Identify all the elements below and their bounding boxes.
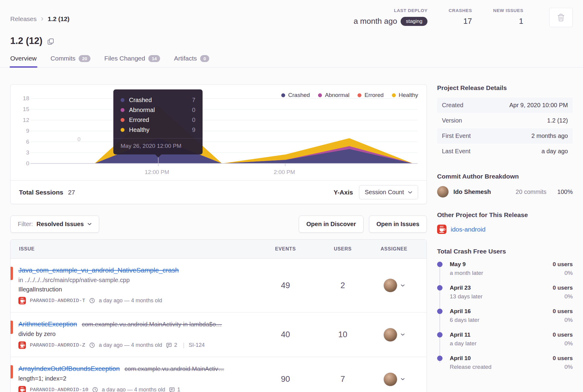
issue-culprit: com.example.vu.android.MainActiv…: [124, 366, 224, 372]
table-row[interactable]: ArrayIndexOutOfBoundsException com.examp…: [11, 357, 427, 392]
issue-subtitle: divide by zero: [18, 331, 255, 338]
chart-footer: Total Sessions 27 Y-Axis Session Count: [11, 180, 427, 204]
tab-files-changed[interactable]: Files Changed 14: [104, 55, 160, 67]
breadcrumb-releases[interactable]: Releases: [10, 15, 37, 23]
chart-legend[interactable]: Crashed Abnormal Errored Healthy: [281, 92, 418, 98]
crashed-dot-icon: [121, 98, 124, 102]
tab-commits[interactable]: Commits 20: [51, 55, 91, 67]
detail-row-created: Created Apr 9, 2020 10:00 PM: [437, 98, 573, 113]
total-crash-free-users-section: Total Crash Free Users May 90 users a mo…: [437, 248, 573, 378]
legend-item-crashed[interactable]: Crashed: [281, 92, 310, 98]
tooltip-row-abnormal: Abnormal 0: [121, 105, 195, 115]
table-row[interactable]: ArithmeticException com.example.vu.andro…: [11, 313, 427, 357]
timeline-dot-icon: [437, 332, 443, 338]
assignee-avatar[interactable]: [383, 372, 397, 386]
artifacts-count-badge: 0: [200, 55, 209, 62]
y-axis-tick: 6: [15, 138, 29, 145]
x-axis-tick: 2:00 PM: [274, 169, 295, 176]
chevron-down-icon[interactable]: [401, 378, 405, 381]
issue-culprit: com.example.vu.android.MainActivity in l…: [82, 321, 222, 328]
chevron-down-icon: [408, 191, 412, 194]
project-slug[interactable]: PARANOID-ANDROID-T: [30, 298, 85, 303]
issue-subtitle: length=1; index=2: [18, 375, 255, 382]
detail-row-last-event: Last Event a day ago: [437, 144, 573, 159]
y-axis-tick: 3: [15, 149, 29, 156]
comments-count[interactable]: 1: [169, 387, 180, 392]
issue-title-link[interactable]: Java_com_example_vu_android_NativeSample…: [18, 266, 179, 274]
issue-events-count: 40: [255, 330, 316, 339]
abnormal-dot-icon: [318, 93, 322, 97]
section-heading: Other Project for This Release: [437, 211, 573, 219]
assignee-avatar[interactable]: [383, 328, 397, 342]
issue-users-count: 7: [316, 375, 370, 384]
project-coffee-icon: [18, 297, 26, 304]
error-level-indicator: [11, 321, 13, 334]
tooltip-date: May 26, 2020 12:00 PM: [113, 138, 203, 154]
chevron-down-icon[interactable]: [401, 284, 405, 287]
section-heading: Project Release Details: [437, 84, 573, 92]
issues-toolbar: Filter: Resolved Issues Open in Discover…: [10, 216, 427, 233]
author-commit-percent: 100%: [557, 188, 573, 195]
issue-events-count: 49: [255, 281, 316, 290]
open-in-discover-button[interactable]: Open in Discover: [299, 216, 364, 233]
project-slug[interactable]: PARANOID-ANDROID-Z: [30, 342, 85, 348]
y-axis-select[interactable]: Session Count: [359, 185, 418, 199]
open-in-issues-button[interactable]: Open in Issues: [369, 216, 427, 233]
trash-icon: [557, 14, 565, 22]
timeline-dot-icon: [437, 309, 443, 314]
project-release-details-section: Project Release Details Created Apr 9, 2…: [437, 84, 573, 159]
issue-annotation[interactable]: | SI-124: [181, 342, 205, 349]
chart-zero-annotation: 0: [77, 136, 80, 143]
tab-overview[interactable]: Overview: [10, 55, 37, 67]
list-item: April 160 users 6 days later0%: [437, 308, 573, 331]
assignee-avatar[interactable]: [383, 278, 397, 292]
legend-item-abnormal[interactable]: Abnormal: [318, 92, 349, 98]
chart-tooltip: Crashed 7 Abnormal 0 Errored 0: [113, 89, 203, 154]
y-axis-selector-label: Y-Axis: [334, 189, 353, 196]
copy-icon: [47, 38, 54, 45]
errored-dot-icon: [121, 118, 124, 122]
issue-subtitle: IllegalInstruction: [18, 286, 255, 293]
project-slug[interactable]: PARANOID-ANDROID-10: [30, 387, 88, 392]
tab-artifacts[interactable]: Artifacts 0: [174, 55, 209, 67]
crashes-value: 17: [463, 17, 472, 26]
issue-title-link[interactable]: ArrayIndexOutOfBoundsException: [18, 365, 120, 373]
chevron-right-icon: ›: [41, 14, 44, 23]
issue-title-link[interactable]: ArithmeticException: [18, 320, 77, 328]
project-coffee-icon: [437, 225, 446, 234]
y-axis-tick: 12: [15, 117, 29, 123]
crashes-label: CRASHES: [449, 8, 472, 13]
comments-count[interactable]: 2: [166, 342, 177, 348]
healthy-dot-icon: [121, 128, 124, 132]
sessions-chart[interactable]: 18 15 12 9 6 3 0 12:00 PM 2:00 PM Crashe…: [11, 85, 427, 180]
column-header-users: USERS: [316, 246, 370, 252]
crashed-dot-icon: [281, 93, 285, 97]
legend-item-healthy[interactable]: Healthy: [392, 92, 418, 98]
table-row[interactable]: Java_com_example_vu_android_NativeSample…: [11, 259, 427, 313]
y-axis-tick: 9: [15, 128, 29, 134]
list-item: April 110 users a day later0%: [437, 331, 573, 355]
commits-count-badge: 20: [79, 55, 90, 62]
stat-crashes: CRASHES 17: [449, 8, 472, 26]
issue-location: in ../../../../src/main/cpp/native-sampl…: [18, 277, 255, 284]
x-axis-tick: 12:00 PM: [145, 169, 169, 176]
files-changed-count-badge: 14: [148, 55, 160, 62]
issues-filter-dropdown[interactable]: Filter: Resolved Issues: [10, 216, 99, 233]
comment-icon: [166, 343, 172, 348]
delete-release-button[interactable]: [549, 8, 573, 27]
project-coffee-icon: [18, 341, 26, 349]
tooltip-row-healthy: Healthy 9: [121, 125, 195, 135]
list-item: April 100 users Release created0%: [437, 355, 573, 378]
copy-version-button[interactable]: [47, 38, 54, 45]
new-issues-value: 1: [519, 17, 523, 26]
issues-table: ISSUE EVENTS USERS ASSIGNEE Java_com_exa…: [10, 239, 427, 392]
other-project-link[interactable]: idos-android: [451, 226, 486, 233]
stat-new-issues: NEW ISSUES 1: [493, 8, 523, 26]
legend-item-errored[interactable]: Errored: [358, 92, 383, 98]
error-level-indicator: [11, 365, 13, 378]
chevron-down-icon: [87, 223, 92, 226]
chevron-down-icon[interactable]: [401, 333, 405, 336]
section-heading: Total Crash Free Users: [437, 248, 573, 255]
author-name: Ido Shemesh: [453, 188, 516, 195]
commit-author-breakdown-section: Commit Author Breakdown Ido Shemesh 20 c…: [437, 173, 573, 198]
